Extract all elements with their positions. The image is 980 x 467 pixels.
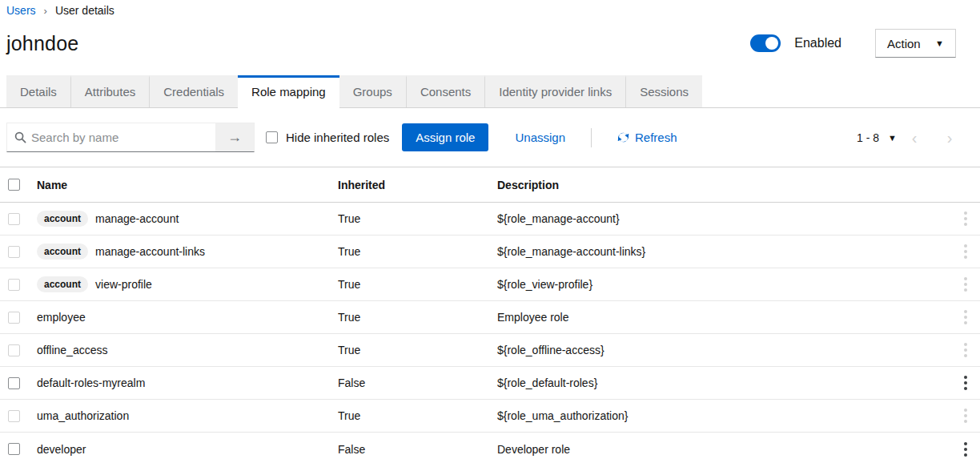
inherited-value: False — [338, 443, 497, 456]
role-description: ${role_manage-account} — [497, 212, 946, 225]
row-checkbox[interactable] — [8, 279, 20, 291]
role-name: developer — [37, 443, 86, 456]
toolbar: → Hide inherited roles Assign role Unass… — [0, 108, 980, 167]
page-header: johndoe Enabled Action ▼ — [0, 17, 980, 58]
row-checkbox[interactable] — [8, 246, 20, 258]
column-header-inherited: Inherited — [338, 179, 497, 191]
hide-inherited-checkbox[interactable] — [266, 131, 278, 143]
row-checkbox[interactable] — [8, 344, 20, 356]
table-row: account manage-account-links True ${role… — [0, 236, 980, 268]
kebab-menu-icon[interactable] — [962, 405, 970, 426]
breadcrumb-link-users[interactable]: Users — [6, 4, 36, 17]
table-row: employee True Employee role — [0, 301, 980, 334]
table-row: offline_access True ${role_offline-acces… — [0, 334, 980, 367]
tabs-bar: Details Attributes Credentials Role mapp… — [0, 75, 980, 108]
tab-role-mapping[interactable]: Role mapping — [238, 75, 339, 108]
row-checkbox[interactable] — [8, 213, 20, 225]
inherited-value: True — [338, 245, 497, 258]
table-row: uma_authorization True ${role_uma_author… — [0, 400, 980, 433]
row-checkbox[interactable] — [8, 312, 20, 324]
tab-groups[interactable]: Groups — [339, 75, 406, 107]
client-badge: account — [37, 211, 88, 227]
search-group: → — [6, 123, 255, 152]
role-mapping-table: Name Inherited Description account manag… — [0, 167, 980, 465]
table-row: default-roles-myrealm False ${role_defau… — [0, 367, 980, 400]
hide-inherited-label: Hide inherited roles — [286, 131, 389, 144]
inherited-value: True — [338, 409, 497, 422]
kebab-menu-icon[interactable] — [962, 439, 970, 460]
breadcrumb: Users › User details — [0, 0, 980, 17]
role-name: uma_authorization — [37, 409, 129, 422]
tab-attributes[interactable]: Attributes — [70, 75, 149, 107]
select-all-checkbox[interactable] — [8, 179, 20, 191]
role-name: manage-account — [95, 212, 179, 225]
kebab-menu-icon[interactable] — [962, 208, 970, 229]
table-row: developer False Developer role — [0, 433, 980, 465]
tab-credentials[interactable]: Credentials — [149, 75, 238, 107]
refresh-button[interactable]: Refresh — [617, 131, 677, 144]
assign-role-button[interactable]: Assign role — [402, 123, 488, 151]
row-checkbox[interactable] — [8, 443, 20, 455]
client-badge: account — [37, 244, 88, 260]
tab-sessions[interactable]: Sessions — [625, 75, 702, 107]
role-description: ${role_manage-account-links} — [497, 245, 946, 258]
inherited-value: True — [338, 278, 497, 291]
row-checkbox[interactable] — [8, 410, 20, 422]
arrow-right-icon: → — [227, 129, 242, 146]
enabled-toggle-label: Enabled — [794, 36, 841, 50]
role-description: ${role_default-roles} — [497, 376, 946, 389]
kebab-menu-icon[interactable] — [962, 241, 970, 262]
search-input[interactable] — [26, 123, 215, 151]
angle-right-icon: › — [947, 129, 953, 147]
action-dropdown[interactable]: Action ▼ — [875, 29, 956, 58]
tab-details[interactable]: Details — [6, 75, 70, 107]
table-header-row: Name Inherited Description — [0, 167, 980, 203]
role-description: Developer role — [497, 443, 946, 456]
role-name: employee — [37, 311, 86, 324]
refresh-icon — [617, 131, 629, 143]
role-name: manage-account-links — [95, 245, 205, 258]
role-description: ${role_view-profile} — [497, 278, 946, 291]
toggle-knob — [765, 37, 778, 50]
inherited-value: True — [338, 212, 497, 225]
table-row: account manage-account True ${role_manag… — [0, 203, 980, 236]
pagination-range-label: 1 - 8 — [857, 131, 879, 144]
pagination-next-button[interactable]: › — [932, 130, 967, 146]
action-dropdown-label: Action — [887, 37, 921, 50]
column-header-description: Description — [497, 179, 946, 191]
page-title: johndoe — [6, 32, 78, 55]
enabled-toggle[interactable] — [750, 34, 781, 52]
kebab-menu-icon[interactable] — [962, 307, 970, 328]
row-checkbox[interactable] — [8, 377, 20, 389]
role-name: offline_access — [37, 344, 107, 356]
kebab-menu-icon[interactable] — [962, 372, 970, 393]
pagination: 1 - 8 ▼ ‹ › — [857, 130, 967, 146]
tab-identity-provider-links[interactable]: Identity provider links — [484, 75, 625, 107]
refresh-label: Refresh — [635, 131, 677, 144]
inherited-value: True — [338, 311, 497, 324]
unassign-button[interactable]: Unassign — [515, 131, 565, 144]
caret-down-icon: ▼ — [888, 133, 897, 143]
search-icon — [14, 131, 26, 143]
inherited-value: False — [338, 376, 497, 389]
search-submit-button[interactable]: → — [215, 123, 254, 151]
breadcrumb-current: User details — [55, 4, 114, 17]
role-name: default-roles-myrealm — [37, 376, 145, 389]
role-name: view-profile — [95, 278, 152, 291]
client-badge: account — [37, 276, 88, 292]
tab-consents[interactable]: Consents — [406, 75, 484, 107]
angle-left-icon: ‹ — [912, 129, 918, 147]
column-header-name: Name — [37, 179, 338, 191]
pagination-prev-button[interactable]: ‹ — [897, 130, 932, 146]
inherited-value: True — [338, 344, 497, 356]
role-description: ${role_offline-access} — [497, 344, 946, 356]
kebab-menu-icon[interactable] — [962, 340, 970, 360]
caret-down-icon: ▼ — [935, 38, 944, 48]
table-row: account view-profile True ${role_view-pr… — [0, 268, 980, 301]
chevron-right-icon: › — [44, 5, 47, 17]
role-description: ${role_uma_authorization} — [497, 409, 946, 422]
pagination-range-dropdown[interactable]: 1 - 8 ▼ — [857, 131, 897, 144]
role-description: Employee role — [497, 311, 946, 324]
kebab-menu-icon[interactable] — [962, 274, 970, 295]
toolbar-divider — [591, 128, 592, 147]
